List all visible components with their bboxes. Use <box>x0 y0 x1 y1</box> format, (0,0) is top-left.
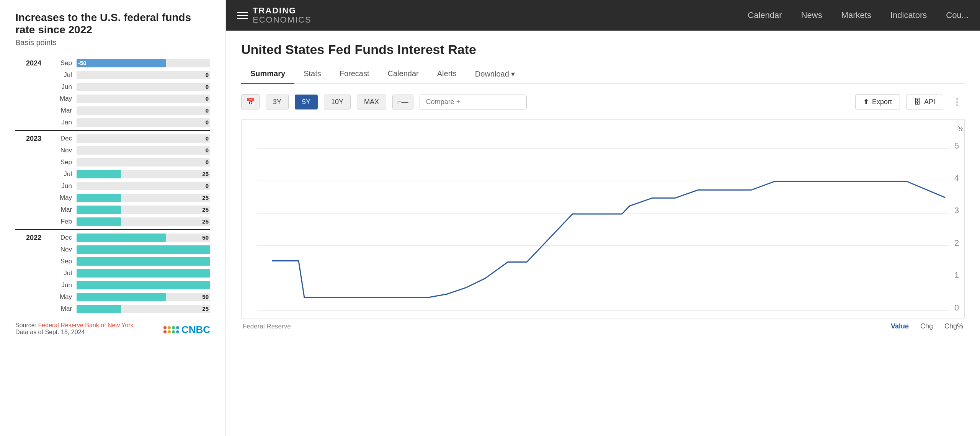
month-label: Jul <box>46 170 77 178</box>
nav-link-news[interactable]: News <box>801 10 822 20</box>
source-text: Source: Federal Reserve Bank of New York <box>15 322 134 329</box>
list-item: Jun75 <box>15 280 210 291</box>
list-item: Mar0 <box>15 105 210 116</box>
svg-text:%: % <box>957 125 964 133</box>
left-title: Increases to the U.S. federal funds rate… <box>15 11 210 36</box>
list-item: Jan0 <box>15 117 210 128</box>
list-item: May25 <box>15 193 210 203</box>
chart-source: Federal Reserve <box>243 323 291 330</box>
bar-value: 25 <box>202 217 209 226</box>
tab-download[interactable]: Download ▾ <box>466 65 524 84</box>
tab-summary[interactable]: Summary <box>241 65 294 84</box>
period-max[interactable]: MAX <box>357 95 386 109</box>
chart-type-btn[interactable]: ⌐— <box>392 95 413 109</box>
bar-value: 0 <box>206 95 209 103</box>
date-note: Data as of Sept. 18, 2024 <box>15 329 134 336</box>
period-10y[interactable]: 10Y <box>324 95 351 109</box>
source-area: Source: Federal Reserve Bank of New York… <box>15 322 210 336</box>
bar-fill <box>77 257 210 266</box>
bar-area: 25 <box>77 305 210 313</box>
month-label: Mar <box>46 206 77 214</box>
bar-background <box>77 146 210 155</box>
tab-alerts[interactable]: Alerts <box>428 65 466 84</box>
calendar-icon-btn[interactable]: 📅 <box>241 94 260 109</box>
month-label: Mar <box>46 107 77 114</box>
bar-area: 0 <box>77 95 210 103</box>
list-item: Feb25 <box>15 216 210 227</box>
api-btn[interactable]: 🗄 API <box>906 95 943 109</box>
list-item: Nov75 <box>15 244 210 255</box>
nav-link-markets[interactable]: Markets <box>841 10 871 20</box>
hamburger-menu[interactable] <box>237 12 248 19</box>
bar-value: 0 <box>206 106 209 115</box>
compare-input[interactable] <box>420 95 527 109</box>
export-label: Export <box>872 98 892 106</box>
month-label: Nov <box>46 246 77 253</box>
list-item: 2023Dec0 <box>15 133 210 144</box>
svg-text:5: 5 <box>954 141 959 150</box>
nav-link-calendar[interactable]: Calendar <box>748 10 782 20</box>
list-item: May50 <box>15 292 210 302</box>
bar-fill <box>77 194 121 202</box>
logo-economics: ECONOMICS <box>253 15 312 24</box>
bar-value: 25 <box>202 305 209 313</box>
bar-area: 25 <box>77 217 210 226</box>
bar-value: 0 <box>206 182 209 190</box>
bar-area: 0 <box>77 83 210 91</box>
toolbar-row: 📅 3Y 5Y 10Y MAX ⌐— ⬆ Export 🗄 API ⋮ <box>241 91 965 113</box>
source-link[interactable]: Federal Reserve Bank of New York <box>38 322 134 328</box>
cnbc-logo: CNBC <box>163 324 210 336</box>
bar-value: 25 <box>202 170 209 178</box>
bar-value: 50 <box>202 293 209 301</box>
page-title: United States Fed Funds Interest Rate <box>241 42 965 57</box>
month-label: Jun <box>46 182 77 190</box>
left-subtitle: Basis points <box>15 38 210 47</box>
bar-fill <box>77 281 210 289</box>
period-5y[interactable]: 5Y <box>295 95 318 109</box>
content-area: United States Fed Funds Interest Rate Su… <box>226 31 980 436</box>
more-options-btn[interactable]: ⋮ <box>949 95 965 109</box>
tab-calendar[interactable]: Calendar <box>379 65 428 84</box>
list-item: Mar25 <box>15 204 210 215</box>
nav-link-countries[interactable]: Cou... <box>946 10 969 20</box>
bar-background <box>77 95 210 103</box>
month-label: Dec <box>46 234 77 242</box>
bar-area: 25 <box>77 206 210 214</box>
list-item: Jul0 <box>15 70 210 80</box>
month-label: Sep <box>46 258 77 265</box>
list-item: Mar25 <box>15 304 210 314</box>
tab-stats[interactable]: Stats <box>294 65 330 84</box>
bar-area: 75 <box>77 281 210 289</box>
year-label: 2023 <box>15 135 46 143</box>
month-label: May <box>46 293 77 301</box>
bar-area: 50 <box>77 293 210 301</box>
bar-area: 0 <box>77 182 210 190</box>
bar-value: -50 <box>78 59 87 67</box>
list-item: Nov0 <box>15 145 210 156</box>
export-icon: ⬆ <box>863 98 869 106</box>
export-btn[interactable]: ⬆ Export <box>855 94 900 109</box>
svg-text:4: 4 <box>954 173 959 183</box>
period-3y[interactable]: 3Y <box>266 95 289 109</box>
tabs-row: Summary Stats Forecast Calendar Alerts D… <box>241 65 965 84</box>
bar-value: 0 <box>206 83 209 91</box>
month-label: Jul <box>46 71 77 79</box>
bar-value: 25 <box>202 194 209 202</box>
year-label: 2024 <box>15 59 46 67</box>
line-chart-svg: 0 1 2 3 4 5 % 2020 Jul 2021 Jul <box>242 120 964 318</box>
svg-text:2: 2 <box>954 238 959 248</box>
rate-line <box>272 181 945 297</box>
nav-link-indicators[interactable]: Indicators <box>890 10 927 20</box>
month-label: Sep <box>46 59 77 67</box>
nav-logo: TRADING ECONOMICS <box>237 6 312 24</box>
footer-chg: Chg <box>920 322 933 330</box>
bar-background <box>77 182 210 190</box>
bar-fill <box>77 170 121 178</box>
month-label: Sep <box>46 158 77 166</box>
bar-value: 25 <box>202 206 209 214</box>
footer-chgpct: Chg% <box>944 322 963 330</box>
tab-forecast[interactable]: Forecast <box>330 65 379 84</box>
list-item: 2024Sep-50 <box>15 58 210 69</box>
month-label: Jul <box>46 269 77 277</box>
api-icon: 🗄 <box>914 98 921 106</box>
